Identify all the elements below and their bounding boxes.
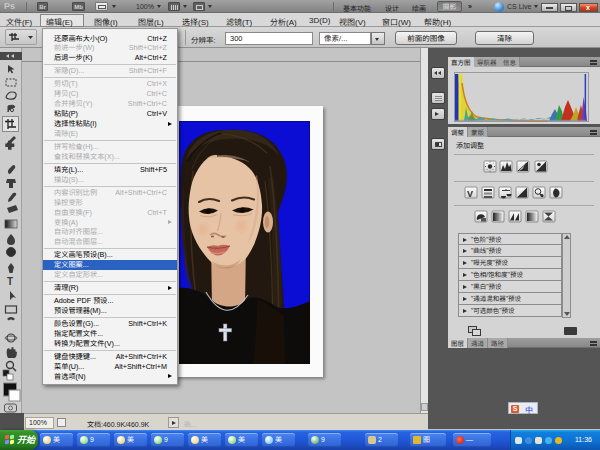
svg-text:V: V	[467, 189, 473, 199]
svg-text:T: T	[7, 276, 13, 287]
